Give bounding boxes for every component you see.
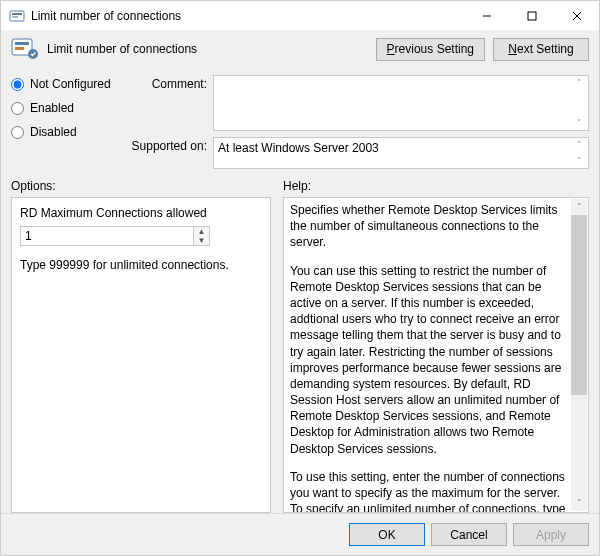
comment-field[interactable]: ˄ ˅ [213, 75, 589, 131]
next-setting-button[interactable]: Next Setting [493, 38, 589, 61]
policy-app-icon [9, 8, 25, 24]
comment-row: Comment: ˄ ˅ [129, 75, 589, 131]
supported-row: Supported on: At least Windows Server 20… [129, 137, 589, 169]
radio-enabled-input[interactable] [11, 102, 24, 115]
dialog-footer: OK Cancel Apply [1, 513, 599, 555]
meta-column: Comment: ˄ ˅ Supported on: At least Wind… [129, 75, 589, 169]
svg-rect-4 [528, 12, 536, 20]
svg-rect-9 [15, 47, 24, 50]
radio-disabled-input[interactable] [11, 126, 24, 139]
radio-not-configured[interactable]: Not Configured [11, 77, 121, 91]
apply-button[interactable]: Apply [513, 523, 589, 546]
max-connections-label: RD Maximum Connections allowed [20, 206, 262, 220]
stepper-buttons: ▲ ▼ [193, 227, 209, 245]
titlebar: Limit number of connections [1, 1, 599, 31]
help-pane: Specifies whether Remote Desktop Service… [283, 197, 589, 513]
configuration-row: Not Configured Enabled Disabled Comment: [11, 75, 589, 169]
state-radio-group: Not Configured Enabled Disabled [11, 75, 121, 169]
radio-disabled[interactable]: Disabled [11, 125, 121, 139]
svg-rect-1 [12, 13, 22, 15]
policy-header: Limit number of connections Previous Set… [11, 37, 589, 61]
window-controls [464, 1, 599, 31]
options-pane: RD Maximum Connections allowed ▲ ▼ Type … [11, 197, 271, 513]
radio-not-configured-input[interactable] [11, 78, 24, 91]
help-paragraph: Specifies whether Remote Desktop Service… [290, 202, 570, 251]
supported-value: At least Windows Server 2003 [218, 141, 379, 155]
dialog-window: Limit number of connections [0, 0, 600, 556]
scrollbar-thumb[interactable] [571, 215, 587, 395]
dialog-body: Limit number of connections Previous Set… [1, 31, 599, 513]
help-scrollbar[interactable]: ˄ ˅ [571, 199, 587, 511]
stepper-down-icon[interactable]: ▼ [194, 236, 209, 245]
svg-rect-2 [12, 16, 18, 18]
comment-label: Comment: [129, 75, 207, 91]
options-hint: Type 999999 for unlimited connections. [20, 258, 262, 272]
help-paragraph: You can use this setting to restrict the… [290, 263, 570, 457]
svg-point-10 [28, 49, 38, 59]
policy-title: Limit number of connections [47, 42, 368, 56]
close-button[interactable] [554, 1, 599, 31]
help-paragraph: To use this setting, enter the number of… [290, 469, 570, 513]
panes: RD Maximum Connections allowed ▲ ▼ Type … [11, 197, 589, 513]
panes-header: Options: Help: [11, 179, 589, 193]
supported-field: At least Windows Server 2003 ˄ ˅ [213, 137, 589, 169]
options-heading: Options: [11, 179, 271, 193]
stepper-up-icon[interactable]: ▲ [194, 227, 209, 236]
window-title: Limit number of connections [31, 9, 464, 23]
scroll-down-icon[interactable]: ˅ [571, 495, 587, 511]
svg-rect-8 [15, 42, 29, 45]
maximize-button[interactable] [509, 1, 554, 31]
policy-icon [11, 37, 39, 61]
supported-scroll[interactable]: ˄ ˅ [571, 139, 587, 167]
help-heading: Help: [283, 179, 589, 193]
radio-enabled-label: Enabled [30, 101, 74, 115]
radio-disabled-label: Disabled [30, 125, 77, 139]
radio-enabled[interactable]: Enabled [11, 101, 121, 115]
supported-label: Supported on: [129, 137, 207, 153]
cancel-button[interactable]: Cancel [431, 523, 507, 546]
radio-not-configured-label: Not Configured [30, 77, 111, 91]
max-connections-input[interactable] [21, 227, 193, 245]
scroll-up-icon[interactable]: ˄ [571, 139, 587, 151]
scrollbar-track[interactable] [571, 395, 587, 495]
ok-button[interactable]: OK [349, 523, 425, 546]
comment-scroll[interactable]: ˄ ˅ [571, 77, 587, 129]
previous-setting-button[interactable]: Previous Setting [376, 38, 485, 61]
scroll-up-icon[interactable]: ˄ [571, 199, 587, 215]
max-connections-stepper[interactable]: ▲ ▼ [20, 226, 210, 246]
minimize-button[interactable] [464, 1, 509, 31]
scroll-down-icon[interactable]: ˅ [571, 155, 587, 167]
scroll-down-icon[interactable]: ˅ [571, 117, 587, 129]
scroll-up-icon[interactable]: ˄ [571, 77, 587, 89]
